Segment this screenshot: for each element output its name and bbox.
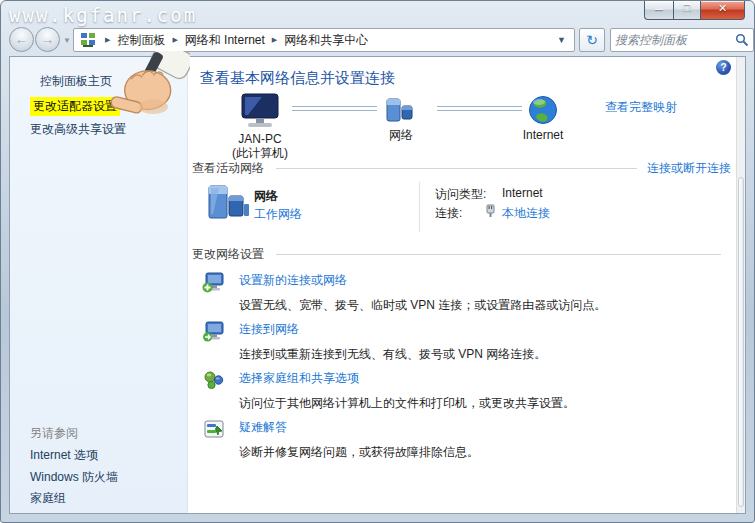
control-panel-icon bbox=[80, 32, 96, 48]
task-description: 连接到或重新连接到无线、有线、拨号或 VPN 网络连接。 bbox=[239, 346, 733, 363]
computer-icon bbox=[238, 93, 282, 129]
breadcrumb-separator-icon: ▶ bbox=[172, 36, 177, 44]
map-connector-line bbox=[292, 106, 377, 111]
see-also-header: 另请参阅 bbox=[30, 425, 78, 442]
sidebar: 控制面板主页 更改适配器设置 更改高级共享设置 另请参阅 Internet 选项… bbox=[10, 57, 188, 513]
map-node-sublabel: (此计算机) bbox=[220, 146, 300, 160]
minimize-icon bbox=[645, 2, 673, 13]
breadcrumb-control-panel[interactable]: 控制面板 bbox=[117, 32, 165, 49]
task-description: 诊断并修复网络问题，或获得故障排除信息。 bbox=[239, 444, 733, 461]
connection-label: 连接: bbox=[435, 205, 462, 222]
homegroup-icon bbox=[202, 368, 226, 392]
address-dropdown-icon[interactable]: ▼ bbox=[553, 35, 570, 45]
close-button[interactable] bbox=[700, 1, 745, 20]
minimize-button[interactable] bbox=[644, 1, 673, 20]
section-label: 查看活动网络 bbox=[192, 160, 264, 177]
map-node-label: JAN-PC bbox=[220, 132, 300, 146]
vertical-scrollbar[interactable] bbox=[736, 57, 745, 513]
access-type-value: Internet bbox=[502, 186, 543, 200]
new-connection-icon bbox=[202, 270, 226, 294]
active-network-name: 网络 bbox=[254, 188, 278, 205]
map-node-computer[interactable]: JAN-PC (此计算机) bbox=[220, 93, 300, 160]
network-sharing-center-window: www.kgfanr.com ← → ▼ ▶ 控制面板 ▶ 网络和 Intern… bbox=[0, 0, 755, 523]
choose-homegroup-link[interactable]: 选择家庭组和共享选项 bbox=[239, 371, 359, 385]
page-title: 查看基本网络信息并设置连接 bbox=[200, 69, 395, 88]
breadcrumb-separator-icon: ▶ bbox=[105, 36, 110, 44]
troubleshoot-link[interactable]: 疑难解答 bbox=[239, 420, 287, 434]
sidebar-item-change-advanced-sharing[interactable]: 更改高级共享设置 bbox=[30, 121, 126, 138]
main-panel: 查看基本网络信息并设置连接 JAN-PC (此计算机) bbox=[192, 57, 733, 513]
navigation-bar: ← → ▼ ▶ 控制面板 ▶ 网络和 Internet ▶ 网络和共享中心 ▼ … bbox=[9, 27, 746, 54]
content-area: 控制面板主页 更改适配器设置 更改高级共享设置 另请参阅 Internet 选项… bbox=[9, 56, 746, 514]
search-input[interactable] bbox=[615, 33, 735, 47]
local-connection-link[interactable]: 本地连接 bbox=[502, 205, 550, 222]
setup-new-connection-link[interactable]: 设置新的连接或网络 bbox=[239, 273, 347, 287]
view-full-map-link[interactable]: 查看完整映射 bbox=[605, 99, 677, 116]
network-icon bbox=[384, 97, 418, 125]
active-network-icon bbox=[205, 184, 251, 224]
maximize-icon bbox=[674, 2, 700, 13]
access-type-label: 访问类型: bbox=[435, 186, 486, 203]
breadcrumb-separator-icon: ▶ bbox=[272, 36, 277, 44]
refresh-button[interactable]: ↻ bbox=[579, 28, 605, 52]
breadcrumb-network-internet[interactable]: 网络和 Internet bbox=[185, 32, 265, 49]
map-node-internet[interactable]: Internet bbox=[503, 95, 583, 142]
connect-to-network-link[interactable]: 连接到网络 bbox=[239, 322, 299, 336]
section-rule bbox=[276, 254, 721, 255]
ethernet-connection-icon bbox=[484, 204, 497, 218]
active-networks-section-header: 查看活动网络 连接或断开连接 bbox=[192, 160, 731, 177]
window-controls bbox=[644, 1, 745, 20]
section-label: 更改网络设置 bbox=[192, 246, 264, 263]
connect-to-network-icon bbox=[202, 319, 226, 343]
internet-globe-icon bbox=[528, 95, 558, 125]
address-bar[interactable]: ▶ 控制面板 ▶ 网络和 Internet ▶ 网络和共享中心 ▼ bbox=[73, 28, 575, 52]
map-node-network[interactable]: 网络 bbox=[371, 97, 431, 142]
task-description: 设置无线、宽带、拨号、临时或 VPN 连接；或设置路由器或访问点。 bbox=[239, 297, 733, 314]
search-icon bbox=[735, 33, 749, 47]
connect-disconnect-link[interactable]: 连接或断开连接 bbox=[647, 160, 731, 177]
scrollbar-thumb[interactable] bbox=[738, 177, 744, 507]
sidebar-item-internet-options[interactable]: Internet 选项 bbox=[30, 447, 98, 464]
sidebar-item-homegroup[interactable]: 家庭组 bbox=[30, 490, 66, 507]
breadcrumb-network-sharing-center[interactable]: 网络和共享中心 bbox=[284, 32, 368, 49]
history-dropdown-icon[interactable]: ▼ bbox=[63, 36, 71, 45]
network-settings-section-header: 更改网络设置 bbox=[192, 246, 731, 263]
troubleshoot-icon bbox=[202, 417, 226, 441]
network-type-link[interactable]: 工作网络 bbox=[254, 206, 302, 223]
maximize-button[interactable] bbox=[673, 1, 700, 20]
map-node-label: Internet bbox=[503, 128, 583, 142]
close-icon bbox=[701, 2, 744, 15]
sidebar-item-windows-firewall[interactable]: Windows 防火墙 bbox=[30, 469, 118, 486]
search-box bbox=[610, 28, 754, 52]
help-icon[interactable]: ? bbox=[716, 60, 731, 75]
map-node-label: 网络 bbox=[371, 128, 431, 142]
task-description: 访问位于其他网络计算机上的文件和打印机，或更改共享设置。 bbox=[239, 395, 733, 412]
sidebar-item-change-adapter-settings[interactable]: 更改适配器设置 bbox=[30, 97, 120, 116]
back-button[interactable]: ← bbox=[9, 27, 34, 52]
forward-button[interactable]: → bbox=[35, 27, 60, 52]
sidebar-item-control-panel-home[interactable]: 控制面板主页 bbox=[40, 73, 112, 90]
watermark-text: www.kgfanr.com bbox=[9, 4, 197, 26]
panel-divider bbox=[419, 182, 420, 232]
active-network-panel: 网络 工作网络 访问类型: Internet 连接: 本地连接 bbox=[192, 182, 731, 234]
section-rule bbox=[276, 168, 637, 169]
